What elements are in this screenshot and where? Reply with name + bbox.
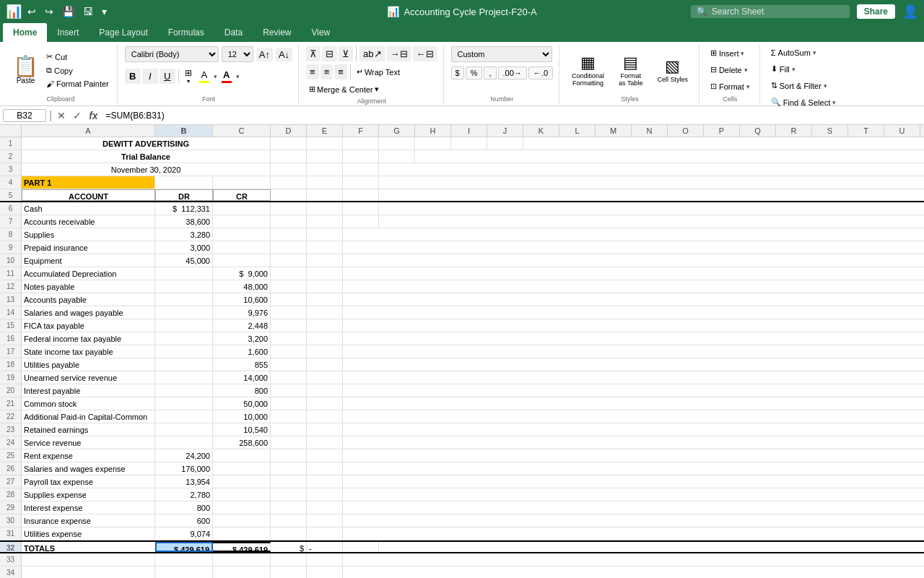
formula-cancel-button[interactable]: ✕ xyxy=(55,110,68,121)
formula-input[interactable] xyxy=(103,110,921,121)
cell-a4[interactable]: PART 1 xyxy=(22,176,155,189)
cell-e9[interactable] xyxy=(307,241,343,254)
cell-a1[interactable]: DEWITT ADVERTISING xyxy=(22,137,271,150)
cell-f1[interactable] xyxy=(343,137,379,150)
cell-f5[interactable] xyxy=(343,189,379,201)
cell-d26[interactable] xyxy=(271,462,307,475)
save-button[interactable]: 💾 xyxy=(59,4,77,19)
cell-b22[interactable] xyxy=(155,410,213,423)
search-input[interactable] xyxy=(712,7,827,17)
merge-center-button[interactable]: ⊞ Merge & Center ▾ xyxy=(306,82,382,96)
col-header-g[interactable]: G xyxy=(379,125,415,137)
cell-b7[interactable]: 38,600 xyxy=(155,215,213,228)
cell-f4[interactable] xyxy=(343,176,379,189)
cell-e17[interactable] xyxy=(307,345,343,358)
comma-button[interactable]: , xyxy=(484,66,496,79)
cell-b4[interactable] xyxy=(155,176,213,189)
quick-access-toolbar[interactable]: 📊 ↩ ↪ 💾 🖫 ▾ xyxy=(6,4,110,20)
table-row[interactable]: 23 Retained earnings 10,540 xyxy=(0,423,924,436)
merge-caret[interactable]: ▾ xyxy=(375,85,379,94)
cell-a28[interactable]: Supplies expense xyxy=(22,488,155,501)
cell-d24[interactable] xyxy=(271,436,307,449)
table-row[interactable]: 33 xyxy=(0,553,924,566)
cell-j1[interactable] xyxy=(487,137,523,150)
cell-d34[interactable] xyxy=(271,566,307,578)
number-format-select[interactable]: Custom xyxy=(451,46,552,62)
cell-b31[interactable]: 9,074 xyxy=(155,527,213,540)
share-button[interactable]: Share xyxy=(857,4,895,19)
format-button[interactable]: ⊡ Format ▾ xyxy=(707,79,754,93)
delete-button[interactable]: ⊟ Delete ▾ xyxy=(707,63,751,77)
cell-d8[interactable] xyxy=(271,228,307,241)
cell-b11[interactable] xyxy=(155,267,213,280)
cell-e12[interactable] xyxy=(307,280,343,293)
cell-c12[interactable]: 48,000 xyxy=(213,280,271,293)
find-caret[interactable]: ▾ xyxy=(832,99,836,106)
cell-b34[interactable] xyxy=(155,566,213,578)
decrease-decimal-button[interactable]: ←.0 xyxy=(528,66,553,79)
cell-reference-box[interactable] xyxy=(3,109,46,122)
cell-e18[interactable] xyxy=(307,358,343,371)
cell-a34[interactable] xyxy=(22,566,155,578)
cell-d23[interactable] xyxy=(271,423,307,436)
cell-b18[interactable] xyxy=(155,358,213,371)
cell-e5[interactable] xyxy=(307,189,343,201)
sort-caret[interactable]: ▾ xyxy=(824,82,827,90)
cell-d31[interactable] xyxy=(271,527,307,540)
wrap-text-button[interactable]: ↵ Wrap Text xyxy=(354,64,403,79)
cell-f3[interactable] xyxy=(343,163,379,176)
col-header-h[interactable]: H xyxy=(415,125,451,137)
table-row[interactable]: 19 Unearned service revenue 14,000 xyxy=(0,371,924,384)
cell-e27[interactable] xyxy=(307,475,343,488)
cell-b12[interactable] xyxy=(155,280,213,293)
table-row[interactable]: 14 Salaries and wages payable 9,976 xyxy=(0,306,924,319)
cell-a27[interactable]: Payroll tax expense xyxy=(22,475,155,488)
cell-e33[interactable] xyxy=(307,553,343,566)
cell-e2[interactable] xyxy=(307,150,343,163)
cell-c4[interactable] xyxy=(213,176,271,189)
tab-insert[interactable]: Insert xyxy=(47,23,89,42)
table-row[interactable]: 31 Utilities expense 9,074 xyxy=(0,527,924,540)
col-header-q[interactable]: Q xyxy=(740,125,776,137)
cell-a19[interactable]: Unearned service revenue xyxy=(22,371,155,384)
cell-c25[interactable] xyxy=(213,449,271,462)
cell-a12[interactable]: Notes payable xyxy=(22,280,155,293)
cell-f2[interactable] xyxy=(343,150,379,163)
cell-c33[interactable] xyxy=(213,553,271,566)
col-header-b[interactable]: B xyxy=(155,125,213,137)
cell-a5[interactable]: ACCOUNT xyxy=(22,189,155,201)
cell-e32[interactable]: - xyxy=(307,542,343,552)
formula-function-button[interactable]: fx xyxy=(87,110,100,121)
cell-b33[interactable] xyxy=(155,553,213,566)
tab-home[interactable]: Home xyxy=(3,23,47,42)
cell-a14[interactable]: Salaries and wages payable xyxy=(22,306,155,319)
cell-rest2[interactable] xyxy=(379,150,415,163)
cell-b9[interactable]: 3,000 xyxy=(155,241,213,254)
font-color-caret[interactable]: ▾ xyxy=(236,73,240,80)
align-center-button[interactable]: ≡ xyxy=(321,64,334,79)
cell-a30[interactable]: Insurance expense xyxy=(22,514,155,527)
quick-save-button[interactable]: 🖫 xyxy=(80,4,96,19)
cell-c23[interactable]: 10,540 xyxy=(213,423,271,436)
table-row[interactable]: 7 Accounts receivable 38,600 xyxy=(0,215,924,228)
borders-button[interactable]: ⊞ ▾ xyxy=(182,66,195,86)
tab-data[interactable]: Data xyxy=(214,23,253,42)
tab-formulas[interactable]: Formulas xyxy=(158,23,214,42)
cell-a17[interactable]: State income tax payable xyxy=(22,345,155,358)
table-row[interactable]: 6 Cash $ 112,331 xyxy=(0,202,924,215)
cell-d5[interactable] xyxy=(271,189,307,201)
cell-a11[interactable]: Accumulated Depreciation xyxy=(22,267,155,280)
cell-a7[interactable]: Accounts receivable xyxy=(22,215,155,228)
cell-e11[interactable] xyxy=(307,267,343,280)
cell-b26[interactable]: 176,000 xyxy=(155,462,213,475)
cell-c15[interactable]: 2,448 xyxy=(213,319,271,332)
cell-d7[interactable] xyxy=(271,215,307,228)
cell-c19[interactable]: 14,000 xyxy=(213,371,271,384)
table-row[interactable]: 9 Prepaid insurance 3,000 xyxy=(0,241,924,254)
cell-b21[interactable] xyxy=(155,397,213,410)
table-row[interactable]: 27 Payroll tax expense 13,954 xyxy=(0,475,924,488)
fill-color-button[interactable]: A xyxy=(196,68,212,85)
cell-e34[interactable] xyxy=(307,566,343,578)
table-row[interactable]: 24 Service revenue 258,600 xyxy=(0,436,924,449)
cell-a29[interactable]: Interest expense xyxy=(22,501,155,514)
